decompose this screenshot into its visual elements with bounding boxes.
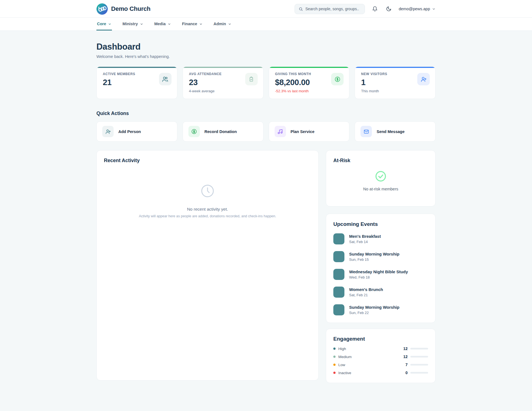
clipboard-check-icon (245, 73, 258, 85)
nav-tab-finance[interactable]: Finance (181, 18, 203, 30)
engagement-value: 7 (401, 363, 408, 367)
status-dot (333, 372, 336, 374)
account-menu[interactable]: demo@pews.app (399, 7, 436, 11)
event-list-item[interactable]: Sunday Morning Worship Sun, Feb 15 (333, 251, 428, 262)
bell-icon (372, 6, 378, 12)
empty-submessage: Activity will appear here as people are … (104, 214, 311, 218)
event-list-item[interactable]: Wednesday Night Bible Study Wed, Feb 18 (333, 269, 428, 280)
engagement-bar (410, 348, 428, 349)
event-name: Women's Brunch (349, 287, 383, 292)
recent-activity-card: Recent Activity No recent activity yet. … (96, 150, 319, 381)
moon-icon (386, 6, 392, 12)
recent-activity-title: Recent Activity (104, 158, 311, 164)
primary-nav: Core Ministry Media Finance Admin (0, 18, 532, 31)
action-label: Send Message (377, 129, 405, 134)
engagement-label: Inactive (338, 371, 401, 375)
engagement-bar (410, 372, 428, 374)
chevron-down-icon (228, 22, 231, 26)
event-thumbnail (333, 251, 344, 262)
nav-tab-label: Media (154, 22, 166, 26)
notifications-button[interactable] (371, 5, 379, 13)
app-logo-icon (96, 3, 108, 15)
at-risk-title: At-Risk (333, 158, 428, 164)
send-message-button[interactable]: Send Message (355, 121, 436, 142)
account-email: demo@pews.app (399, 7, 430, 11)
search-icon (299, 7, 303, 11)
nav-tab-admin[interactable]: Admin (213, 18, 232, 30)
event-date: Wed, Feb 18 (349, 275, 408, 279)
engagement-title: Engagement (333, 336, 428, 342)
engagement-label: High (338, 347, 401, 351)
event-list-item[interactable]: Men's Breakfast Sat, Feb 14 (333, 233, 428, 244)
upcoming-events-title: Upcoming Events (333, 221, 428, 227)
stat-subtext: This month (361, 89, 429, 93)
page-subtitle: Welcome back. Here's what's happening. (96, 54, 436, 59)
status-dot (333, 348, 336, 350)
record-donation-button[interactable]: Record Donation (183, 121, 264, 142)
event-date: Sat, Feb 14 (349, 240, 381, 244)
status-dot (333, 364, 336, 366)
plan-service-button[interactable]: Plan Service (269, 121, 350, 142)
dollar-circle-icon (331, 73, 344, 85)
upcoming-events-card: Upcoming Events Men's Breakfast Sat, Feb… (326, 214, 436, 323)
nav-tab-label: Ministry (122, 22, 138, 26)
event-name: Sunday Morning Worship (349, 252, 399, 256)
engagement-bar (410, 364, 428, 366)
event-date: Sun, Feb 22 (349, 311, 399, 315)
engagement-row-low: Low 7 (333, 363, 428, 367)
at-risk-card: At-Risk No at-risk members (326, 150, 436, 206)
engagement-value: 12 (401, 346, 408, 351)
user-plus-icon (417, 73, 430, 85)
stat-card-active-members: ACTIVE MEMBERS 21 (96, 67, 177, 99)
mail-icon (360, 126, 372, 137)
event-thumbnail (333, 304, 344, 315)
event-name: Sunday Morning Worship (349, 305, 399, 310)
at-risk-empty-message: No at-risk members (333, 187, 428, 191)
stat-card-avg-attendance: AVG ATTENDANCE 23 4-week average (183, 67, 264, 99)
quick-actions-row: Add Person Record Donation Plan Service (96, 121, 436, 142)
chevron-down-icon (432, 7, 436, 11)
nav-tab-label: Finance (182, 22, 197, 26)
nav-tab-media[interactable]: Media (154, 18, 172, 30)
users-icon (159, 73, 172, 85)
brand: Demo Church (96, 3, 150, 15)
chevron-down-icon (140, 22, 143, 26)
engagement-row-high: High 12 (333, 346, 428, 351)
chevron-down-icon (168, 22, 171, 26)
theme-toggle-button[interactable] (385, 5, 393, 13)
add-person-button[interactable]: Add Person (96, 121, 177, 142)
event-date: Sat, Feb 21 (349, 293, 383, 297)
search-input[interactable] (305, 7, 361, 11)
page-title: Dashboard (96, 42, 436, 52)
status-dot (333, 356, 336, 358)
event-list-item[interactable]: Women's Brunch Sat, Feb 21 (333, 287, 428, 298)
nav-tab-ministry[interactable]: Ministry (122, 18, 144, 30)
quick-actions-heading: Quick Actions (96, 111, 436, 116)
music-icon (275, 126, 286, 137)
app-title: Demo Church (111, 5, 150, 12)
engagement-row-inactive: Inactive 0 (333, 371, 428, 375)
chevron-down-icon (199, 22, 203, 26)
engagement-bar (410, 356, 428, 358)
stat-card-giving: GIVING THIS MONTH $8,200.00 -52.3% vs la… (269, 67, 350, 99)
engagement-label: Low (338, 363, 401, 367)
engagement-value: 0 (401, 371, 408, 375)
engagement-card: Engagement High 12 Medium 12 (326, 329, 436, 383)
engagement-row-medium: Medium 12 (333, 354, 428, 359)
stat-card-new-visitors: NEW VISITORS 1 This month (355, 67, 436, 99)
stat-subtext: 4-week average (189, 89, 257, 93)
action-label: Record Donation (204, 129, 237, 134)
event-list-item[interactable]: Sunday Morning Worship Sun, Feb 22 (333, 304, 428, 315)
empty-message: No recent activity yet. (104, 207, 311, 212)
stats-row: ACTIVE MEMBERS 21 AVG ATTENDANCE 23 4-we… (96, 67, 436, 99)
event-name: Men's Breakfast (349, 234, 381, 239)
right-column: At-Risk No at-risk members Upcoming Even… (326, 150, 436, 383)
recent-activity-empty-state: No recent activity yet. Activity will ap… (104, 183, 311, 218)
event-thumbnail (333, 233, 344, 244)
app-header: Demo Church demo@pews.app (0, 0, 532, 18)
check-circle-icon (375, 170, 387, 182)
global-search[interactable] (295, 4, 365, 14)
nav-tab-core[interactable]: Core (96, 18, 112, 30)
chevron-down-icon (108, 22, 111, 26)
engagement-label: Medium (338, 355, 401, 359)
